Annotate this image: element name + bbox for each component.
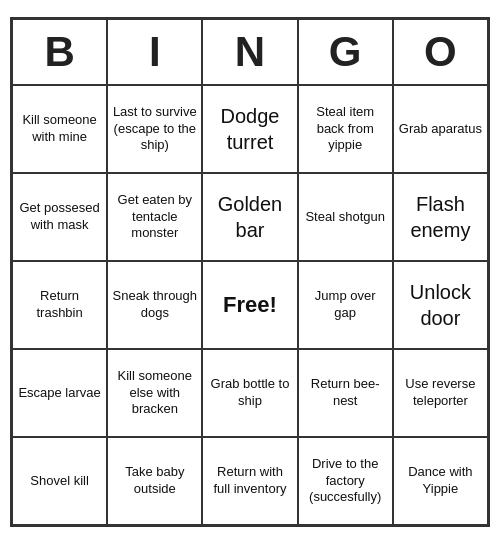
bingo-header: BINGO: [12, 19, 488, 85]
bingo-letter-B: B: [12, 19, 107, 85]
bingo-cell-6: Get eaten by tentacle monster: [107, 173, 202, 261]
bingo-cell-22: Return with full inventory: [202, 437, 297, 525]
bingo-letter-I: I: [107, 19, 202, 85]
bingo-cell-9: Flash enemy: [393, 173, 488, 261]
bingo-cell-12: Free!: [202, 261, 297, 349]
bingo-cell-23: Drive to the factory (succesfully): [298, 437, 393, 525]
bingo-cell-5: Get possesed with mask: [12, 173, 107, 261]
bingo-cell-19: Use reverse teleporter: [393, 349, 488, 437]
bingo-cell-10: Return trashbin: [12, 261, 107, 349]
bingo-cell-14: Unlock door: [393, 261, 488, 349]
bingo-cell-0: Kill someone with mine: [12, 85, 107, 173]
bingo-cell-11: Sneak through dogs: [107, 261, 202, 349]
bingo-cell-18: Return bee-nest: [298, 349, 393, 437]
bingo-cell-8: Steal shotgun: [298, 173, 393, 261]
bingo-cell-20: Shovel kill: [12, 437, 107, 525]
bingo-cell-7: Golden bar: [202, 173, 297, 261]
bingo-grid: Kill someone with mineLast to survive (e…: [12, 85, 488, 525]
bingo-cell-16: Kill someone else with bracken: [107, 349, 202, 437]
bingo-cell-2: Dodge turret: [202, 85, 297, 173]
bingo-cell-1: Last to survive (escape to the ship): [107, 85, 202, 173]
bingo-letter-O: O: [393, 19, 488, 85]
bingo-letter-G: G: [298, 19, 393, 85]
bingo-cell-13: Jump over gap: [298, 261, 393, 349]
bingo-cell-17: Grab bottle to ship: [202, 349, 297, 437]
bingo-cell-4: Grab aparatus: [393, 85, 488, 173]
bingo-card: BINGO Kill someone with mineLast to surv…: [10, 17, 490, 527]
bingo-cell-3: Steal item back from yippie: [298, 85, 393, 173]
bingo-cell-24: Dance with Yippie: [393, 437, 488, 525]
bingo-cell-21: Take baby outside: [107, 437, 202, 525]
bingo-letter-N: N: [202, 19, 297, 85]
bingo-cell-15: Escape larvae: [12, 349, 107, 437]
